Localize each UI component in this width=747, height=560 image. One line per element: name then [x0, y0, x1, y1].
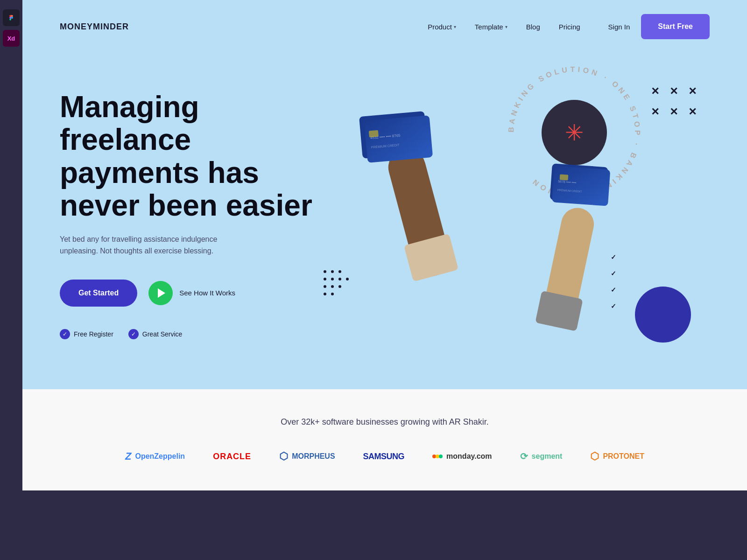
play-button[interactable] — [148, 281, 173, 305]
svg-point-1 — [324, 270, 326, 273]
logo: MONEYMINDER — [60, 22, 129, 32]
svg-point-8 — [324, 285, 326, 288]
hero-title: Managing freelance payments has never be… — [60, 91, 321, 222]
sign-in-link[interactable]: Sign In — [608, 23, 630, 31]
hero-body: Managing freelance payments has never be… — [22, 53, 747, 389]
get-started-button[interactable]: Get Started — [60, 280, 137, 307]
figma-tool[interactable] — [3, 9, 20, 26]
hero-badges: ✓ Free Register ✓ Great Service — [60, 329, 321, 339]
svg-rect-23 — [552, 166, 610, 206]
logo-protonet: ⬡ PROTONET — [590, 450, 644, 462]
svg-rect-26 — [560, 174, 569, 180]
hero-left: Managing freelance payments has never be… — [60, 72, 321, 339]
lower-section: Over 32k+ software businesses growing wi… — [22, 389, 747, 490]
check-icon-2: ✓ — [128, 329, 139, 339]
svg-point-9 — [331, 285, 334, 288]
svg-point-10 — [338, 285, 341, 288]
hero-description: Yet bed any for travelling assistance in… — [60, 233, 237, 257]
see-how-works[interactable]: See How It Works — [148, 281, 235, 305]
hero-section: MONEYMINDER Product ▾ Template ▾ Blog Pr… — [22, 0, 747, 389]
logo-oracle: ORACLE — [213, 452, 251, 462]
svg-point-2 — [331, 270, 334, 273]
protonet-icon: ⬡ — [590, 450, 599, 462]
badge-great-service: ✓ Great Service — [128, 329, 183, 339]
hero-illustration: 4532 •••• •••• 8765 PREMIUM CREDIT 5678 … — [349, 44, 676, 361]
logo-openzeppelin: Z OpenZeppelin — [125, 450, 185, 462]
svg-point-6 — [338, 278, 341, 280]
logo-segment: ⟳ segment — [520, 451, 563, 462]
nav-template[interactable]: Template ▾ — [475, 23, 507, 31]
navbar: MONEYMINDER Product ▾ Template ▾ Blog Pr… — [22, 0, 747, 53]
xd-tool[interactable]: Xd — [3, 30, 20, 47]
see-how-text: See How It Works — [179, 289, 235, 297]
openzeppelin-icon: Z — [125, 450, 131, 462]
svg-point-28 — [436, 455, 439, 458]
product-chevron-icon: ▾ — [454, 24, 456, 29]
logo-samsung: SAMSUNG — [363, 452, 405, 462]
template-chevron-icon: ▾ — [505, 24, 507, 29]
nav-links: Product ▾ Template ▾ Blog Pricing — [428, 23, 580, 31]
monday-icon — [432, 451, 443, 462]
check-icon-1: ✓ — [60, 329, 70, 339]
svg-point-11 — [324, 293, 326, 295]
nav-blog[interactable]: Blog — [526, 23, 540, 31]
nav-actions: Sign In Start Free — [608, 14, 710, 39]
svg-point-3 — [338, 270, 341, 273]
logo-monday: monday.com — [432, 451, 492, 462]
play-icon — [158, 288, 165, 298]
growing-tagline: Over 32k+ software businesses growing wi… — [60, 417, 710, 427]
svg-point-27 — [432, 455, 436, 458]
sidebar: Xd — [0, 0, 22, 560]
segment-icon: ⟳ — [520, 451, 528, 462]
start-free-button[interactable]: Start Free — [641, 14, 710, 39]
nav-pricing[interactable]: Pricing — [559, 23, 580, 31]
svg-point-7 — [346, 278, 349, 280]
svg-point-29 — [439, 455, 443, 458]
morpheus-icon: ⬡ — [279, 450, 288, 462]
svg-rect-19 — [369, 130, 379, 138]
main-content: MONEYMINDER Product ▾ Template ▾ Blog Pr… — [22, 0, 747, 490]
logo-morpheus: ⬡ MORPHEUS — [279, 450, 335, 462]
svg-point-5 — [331, 278, 334, 280]
hero-cta: Get Started See How It Works — [60, 280, 321, 307]
nav-product[interactable]: Product ▾ — [428, 23, 456, 31]
logos-row: Z OpenZeppelin ORACLE ⬡ MORPHEUS SAMSUNG — [60, 450, 710, 462]
hero-right: ✕ ✕ ✕✕ ✕ ✕ BANKING SOLUTION · ONE STOP ·… — [321, 72, 710, 361]
svg-point-12 — [331, 293, 334, 295]
svg-point-4 — [324, 278, 326, 280]
badge-free-register: ✓ Free Register — [60, 329, 113, 339]
